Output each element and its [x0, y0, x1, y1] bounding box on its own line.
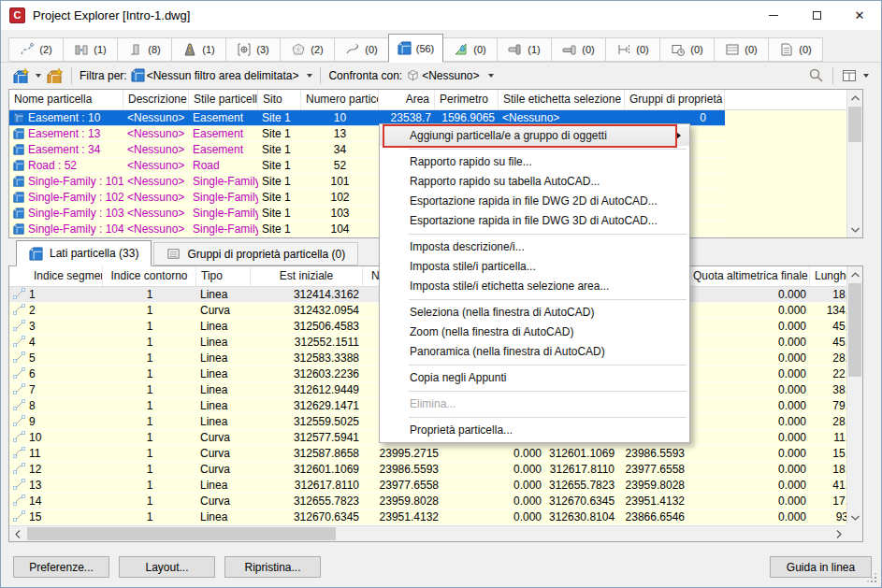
scroll-up-icon[interactable]	[847, 90, 862, 106]
table-row[interactable]: 141Curva312655.782323959.80280.000312670…	[9, 494, 852, 509]
cell: Linea	[196, 319, 251, 334]
compare-dropdown[interactable]: <Nessuno>	[420, 67, 495, 84]
cell: 0.000	[688, 446, 810, 461]
table-row[interactable]: 121Curva312601.106923986.55930.000312617…	[9, 462, 852, 478]
tab-pipe-network[interactable]: (1)	[497, 37, 552, 62]
column-header[interactable]: Indice segmento	[9, 266, 103, 286]
column-header[interactable]: Indice contorno	[103, 266, 196, 286]
column-header[interactable]: Numero particella	[301, 90, 379, 109]
layout-button[interactable]: Layout...	[119, 556, 215, 578]
search-button[interactable]	[805, 65, 827, 85]
scrollbar-thumb[interactable]	[848, 107, 861, 142]
column-header[interactable]: Area	[379, 90, 435, 109]
tab-sample-line[interactable]: (0)	[605, 37, 660, 62]
menu-item[interactable]: Proprietà particella...	[380, 421, 689, 440]
scroll-down-icon[interactable]	[847, 509, 862, 525]
filter-dropdown[interactable]: <Nessun filtro area delimitata>	[145, 67, 315, 84]
cell: 0.000	[442, 462, 545, 477]
menu-item[interactable]: Imposta stile/i etichetta selezione area…	[380, 277, 689, 296]
menu-item[interactable]: Aggiungi particella/e a gruppo di oggett…	[380, 126, 689, 146]
menu-item[interactable]: Seleziona (nella finestra di AutoCAD)	[380, 303, 689, 323]
menu-item[interactable]: Imposta stile/i particella...	[380, 257, 689, 277]
column-header[interactable]: Stile etichetta selezione area	[499, 90, 625, 109]
segments-vertical-scrollbar[interactable]	[846, 266, 862, 525]
tab-corridor[interactable]: (1)	[171, 37, 226, 62]
scroll-left-icon[interactable]	[9, 526, 25, 542]
tab-parcel[interactable]: (56)	[388, 34, 443, 63]
menu-item[interactable]: Imposta descrizione/i...	[380, 237, 689, 257]
surface-icon	[291, 42, 306, 57]
close-button[interactable]: ✕	[838, 1, 881, 30]
new-object-group-alt-button[interactable]	[44, 66, 65, 85]
cell: 23866.6546	[618, 509, 688, 524]
tab-report[interactable]: (0)	[768, 37, 823, 62]
column-header[interactable]: Tipo	[196, 266, 251, 286]
tab-grading[interactable]: (0)	[442, 37, 498, 62]
tab-count: (8)	[148, 44, 160, 55]
resize-grip[interactable]	[867, 573, 876, 582]
menu-item[interactable]: Copia negli Appunti	[380, 368, 689, 388]
tab-table[interactable]: (0)	[714, 37, 769, 62]
table-row[interactable]: 131Linea312617.811023977.65580.000312655…	[9, 478, 852, 494]
scrollbar-thumb[interactable]	[848, 283, 861, 377]
tab-subassembly[interactable]: (8)	[117, 37, 172, 62]
parcel-icon	[13, 208, 24, 221]
preferences-button[interactable]: Preferenze...	[13, 556, 109, 578]
menu-separator	[409, 299, 687, 300]
line-segment-icon	[13, 510, 25, 524]
column-header[interactable]: Descrizione	[123, 90, 189, 109]
column-header[interactable]: Perimetro	[435, 90, 499, 109]
scroll-up-icon[interactable]	[847, 266, 862, 282]
cell: 0.000	[688, 509, 810, 524]
new-object-group-button[interactable]	[10, 66, 44, 85]
line-segment-icon	[13, 399, 25, 413]
minimize-icon	[769, 15, 778, 16]
scroll-right-icon[interactable]	[831, 526, 846, 542]
tab-surface[interactable]: (2)	[280, 37, 335, 62]
tab-feature-line[interactable]: (0)	[334, 37, 389, 62]
column-header[interactable]: Gruppi di proprietà	[625, 90, 725, 109]
minimize-button[interactable]	[752, 1, 795, 30]
tab-pressure-network[interactable]: (0)	[551, 37, 606, 62]
column-header[interactable]: Sito	[258, 90, 301, 109]
tab-point-group[interactable]: (3)	[225, 37, 281, 62]
cell: Linea	[196, 366, 251, 381]
menu-item[interactable]: Zoom (nella finestra di AutoCAD)	[380, 323, 689, 342]
tab-assembly[interactable]: (1)	[63, 37, 118, 62]
scrollbar-track[interactable]	[847, 106, 862, 222]
subtab-gruppi-proprieta[interactable]: Gruppi di proprietà particella (0)	[153, 242, 358, 265]
table-row[interactable]: 151Linea312670.634523951.41320.000312630…	[9, 509, 852, 525]
column-header[interactable]: Stile particella	[189, 90, 258, 109]
scrollbar-track[interactable]	[25, 526, 831, 541]
layout-panes-button[interactable]	[839, 66, 872, 85]
column-header[interactable]: Quota altimetrica finale	[688, 266, 810, 286]
tab-survey[interactable]: (0)	[659, 37, 715, 62]
menu-item[interactable]: Rapporto rapido su tabella AutoCAD...	[380, 172, 689, 192]
tab-alignment[interactable]: (2)	[8, 37, 64, 62]
cell: 1	[103, 494, 196, 509]
column-header[interactable]: Nome particella	[9, 90, 123, 109]
scrollbar-corner	[846, 525, 862, 541]
online-help-button[interactable]: Guida in linea	[770, 556, 872, 578]
subtab-lati-particella[interactable]: Lati particella (33)	[16, 240, 152, 266]
report-icon	[779, 42, 794, 57]
scrollbar-thumb[interactable]	[27, 527, 336, 540]
menu-item[interactable]: Esportazione rapida in file DWG 3D di Au…	[380, 211, 689, 231]
tab-count: (0)	[473, 44, 485, 55]
scroll-down-icon[interactable]	[847, 222, 862, 237]
menu-item[interactable]: Rapporto rapido su file...	[380, 152, 689, 172]
maximize-button[interactable]	[795, 1, 838, 30]
title-bar[interactable]: C Project Explorer [Intro-1.dwg] ✕	[1, 1, 881, 30]
column-header[interactable]: Est iniziale	[251, 266, 363, 286]
table-row[interactable]: 111Curva312587.865823995.27150.000312601…	[9, 446, 852, 462]
cell: Site 1	[258, 158, 301, 173]
restore-button[interactable]: Ripristina...	[224, 556, 321, 578]
scrollbar-track[interactable]	[847, 282, 862, 509]
segments-horizontal-scrollbar[interactable]	[9, 525, 846, 541]
cell: 15	[9, 509, 103, 524]
tab-count: (0)	[365, 44, 377, 55]
parcels-vertical-scrollbar[interactable]	[846, 90, 862, 237]
cell: 5	[9, 351, 103, 366]
menu-item[interactable]: Panoramica (nella finestra di AutoCAD)	[380, 342, 689, 362]
menu-item[interactable]: Esportazione rapida in file DWG 2D di Au…	[380, 192, 689, 211]
